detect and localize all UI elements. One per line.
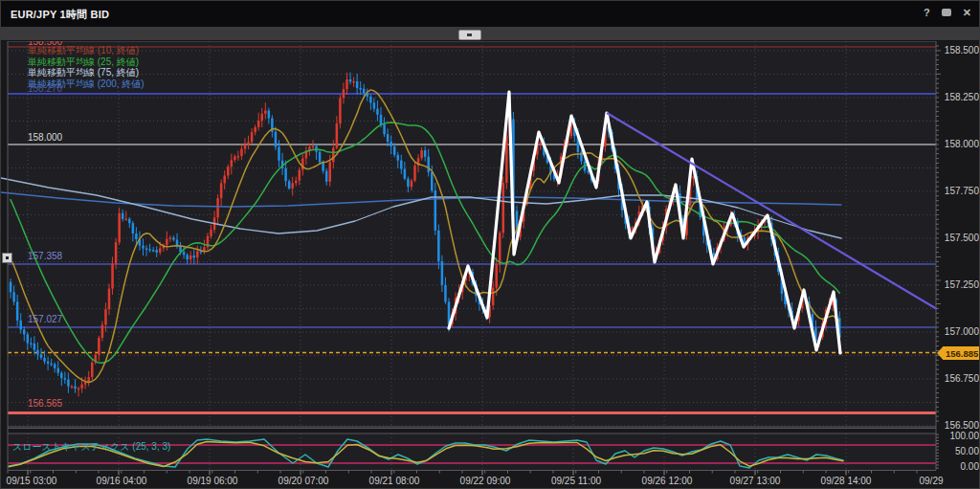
time-axis-label: 09/25 11:00 [551, 476, 601, 486]
time-axis-label: 09/19 06:00 [188, 476, 238, 486]
price-axis-label: 158.000 [941, 139, 979, 149]
chart-window: 単純移動平均線 (10, 終値)単純移動平均線 (25, 終値)単純移動平均線 … [0, 0, 980, 489]
time-axis-label: 09/22 09:00 [460, 476, 511, 486]
collapse-toolbar-button[interactable] [458, 30, 481, 40]
price-axis-label: 157.000 [941, 326, 979, 337]
price-line-label: 156.565 [28, 398, 62, 409]
time-axis-label: 09/28 14:00 [821, 476, 872, 486]
current-price-value: 156.885 [946, 348, 978, 359]
indicator-legend: 単純移動平均線 (10, 終値)単純移動平均線 (25, 終値)単純移動平均線 … [28, 45, 145, 89]
stochastic-label: スローストキャスティクス (25, 3, 3) [12, 440, 170, 454]
price-axis-label: 157.750 [941, 186, 979, 196]
time-axis-label: 09/29 [919, 476, 943, 486]
legend-item: 単純移動平均線 (25, 終値) [28, 56, 145, 68]
price-line-label: 157.027 [28, 314, 62, 324]
price-axis-label: 156.750 [941, 373, 979, 384]
price-line-label: 158.000 [28, 132, 62, 143]
window-title: EUR/JPY 1時間 BID [11, 8, 109, 22]
stoch-axis-label: 0.00 [941, 461, 979, 472]
title-bar: EUR/JPY 1時間 BID ? ✕ [1, 1, 979, 28]
time-axis-label: 09/16 04:00 [97, 476, 147, 486]
current-price-tag: 156.885 [937, 346, 980, 360]
price-axis-label: 156.500 [941, 420, 979, 431]
time-axis-label: 09/27 13:00 [730, 476, 781, 486]
price-axis-label: 158.250 [941, 92, 979, 102]
collapse-icon [467, 33, 472, 36]
stoch-axis-label: 100.00 [941, 431, 979, 441]
legend-item: 単純移動平均線 (75, 終値) [28, 67, 145, 78]
legend-item: 単純移動平均線 (200, 終値) [28, 78, 145, 90]
toolbar-strip [1, 27, 979, 41]
time-axis-label: 09/20 07:00 [278, 476, 329, 486]
price-axis-label: 157.250 [941, 279, 979, 290]
maximize-icon[interactable] [942, 9, 951, 16]
price-axis-label: 157.500 [941, 233, 979, 243]
chart-canvas[interactable] [1, 1, 980, 489]
close-icon[interactable]: ✕ [963, 6, 971, 19]
left-edge-handle[interactable] [2, 253, 12, 263]
time-axis-label: 09/21 08:00 [369, 476, 420, 486]
legend-item: 単純移動平均線 (10, 終値) [28, 45, 145, 56]
time-axis-label: 09/15 03:00 [7, 476, 57, 486]
time-axis-label: 09/26 12:00 [642, 476, 693, 486]
chart-area: 単純移動平均線 (10, 終値)単純移動平均線 (25, 終値)単純移動平均線 … [1, 1, 980, 489]
price-line-label: 157.358 [28, 251, 62, 261]
help-icon[interactable]: ? [924, 6, 930, 19]
stoch-axis-label: 50.00 [941, 446, 979, 456]
price-axis-label: 158.500 [941, 45, 979, 56]
